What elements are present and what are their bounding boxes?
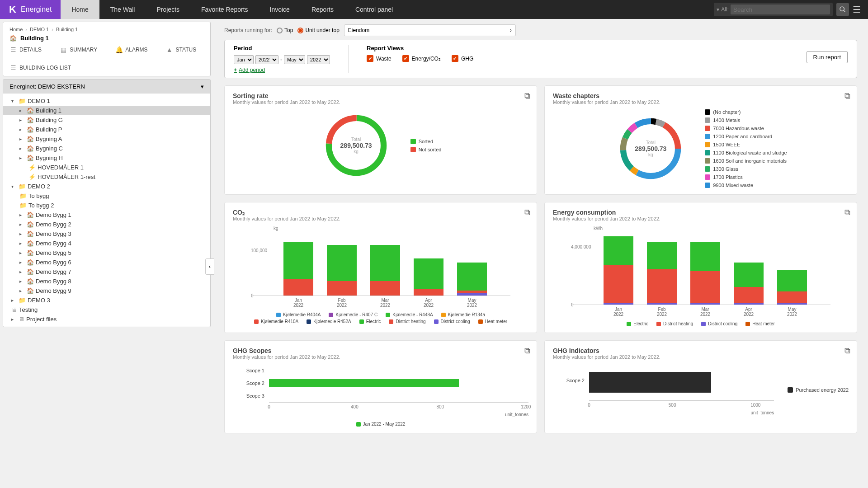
check-waste[interactable]: ✔Waste bbox=[367, 55, 392, 62]
tree-demo3[interactable]: ▸📁DEMO 3 bbox=[3, 296, 210, 305]
tree-demo-bygg-2[interactable]: ▸🏠Demo Bygg 2 bbox=[3, 220, 210, 229]
plus-icon: + bbox=[234, 67, 237, 73]
nav-projects[interactable]: Projects bbox=[146, 0, 190, 19]
swatch bbox=[788, 387, 793, 393]
search-input[interactable] bbox=[731, 5, 830, 14]
nav-the-wall[interactable]: The Wall bbox=[99, 0, 146, 19]
expand-icon: ▸ bbox=[19, 250, 25, 255]
subnav-alarms[interactable]: 🔔ALARMS bbox=[115, 46, 147, 53]
swatch bbox=[356, 422, 361, 427]
tree-demo2[interactable]: ▾📁DEMO 2 bbox=[3, 182, 210, 191]
open-external-icon[interactable]: ⧉ bbox=[524, 346, 530, 356]
card-title: GHG Indicators bbox=[553, 347, 849, 354]
card-energy: ⧉ Energy consumption Monthly values for … bbox=[544, 202, 857, 333]
period-from-year[interactable]: 2022 bbox=[255, 55, 278, 64]
unit-select[interactable]: Eiendom › bbox=[344, 24, 516, 36]
brand-label: Energinet bbox=[21, 5, 52, 14]
open-external-icon[interactable]: ⧉ bbox=[844, 208, 850, 217]
open-external-icon[interactable]: ⧉ bbox=[844, 91, 850, 101]
tree-demo-bygg-9[interactable]: ▸🏠Demo Bygg 9 bbox=[3, 286, 210, 296]
tree-to-bygg[interactable]: 📁To bygg bbox=[3, 191, 210, 201]
tree-bygning-c[interactable]: ▸🏠Bygning C bbox=[3, 144, 210, 153]
radio-under-top[interactable]: Unit under top bbox=[297, 27, 339, 33]
nav-invoice[interactable]: Invoice bbox=[259, 0, 301, 19]
check-energy-co2[interactable]: ✔Energy/CO₂ bbox=[402, 55, 441, 62]
building-icon: 🏠 bbox=[27, 221, 34, 228]
bar-chart: kg 100,000 0 Jan2022Feb2022Mar2022Apr202… bbox=[233, 226, 528, 324]
tree-building-p[interactable]: ▸🏠Building P bbox=[3, 125, 210, 134]
check-ghg[interactable]: ✔GHG bbox=[452, 55, 473, 62]
svg-line-1 bbox=[844, 10, 845, 12]
subnav-summary[interactable]: ▦SUMMARY bbox=[60, 46, 97, 53]
breadcrumb-building1[interactable]: Building 1 bbox=[56, 27, 78, 32]
tree-bygning-a[interactable]: ▸🏠Bygning A bbox=[3, 134, 210, 144]
tree-building-1[interactable]: ▸🏠Building 1 bbox=[3, 106, 210, 115]
period-to-year[interactable]: 2022 bbox=[307, 55, 330, 64]
breadcrumb-home[interactable]: Home bbox=[9, 27, 23, 32]
tree-demo-bygg-7[interactable]: ▸🏠Demo Bygg 7 bbox=[3, 267, 210, 277]
building-icon: 🏠 bbox=[27, 230, 34, 237]
hamburger-icon[interactable]: ☰ bbox=[853, 4, 861, 15]
card-ghg-indicators: ⧉ GHG Indicators Monthly values for peri… bbox=[544, 340, 857, 433]
swatch bbox=[276, 313, 281, 317]
expand-icon: ▸ bbox=[19, 279, 25, 284]
tree-to-bygg-2[interactable]: 📁To bygg 2 bbox=[3, 201, 210, 210]
tree-demo-bygg-3[interactable]: ▸🏠Demo Bygg 3 bbox=[3, 229, 210, 239]
folder-icon: 📁 bbox=[19, 183, 26, 190]
search-button[interactable] bbox=[836, 3, 849, 16]
nav-control-panel[interactable]: Control panel bbox=[344, 0, 404, 19]
building-icon: 🏠 bbox=[27, 287, 34, 294]
subnav-details[interactable]: ☰DETAILS bbox=[9, 46, 42, 53]
card-title: GHG Scopes bbox=[233, 347, 528, 354]
tree-bygning-h[interactable]: ▸🏠Bygning H bbox=[3, 153, 210, 163]
swatch bbox=[441, 313, 446, 317]
tree-demo-bygg-6[interactable]: ▸🏠Demo Bygg 6 bbox=[3, 258, 210, 267]
breadcrumb-demo1[interactable]: DEMO 1 bbox=[30, 27, 49, 32]
warning-icon: ▲ bbox=[166, 46, 173, 53]
page-title: Building 1 bbox=[20, 35, 49, 42]
building-icon: 🏠 bbox=[27, 278, 34, 285]
radio-icon bbox=[297, 28, 303, 33]
tree-project-files[interactable]: ▸🖥Project files bbox=[3, 314, 210, 324]
chevron-left-icon: ‹ bbox=[209, 263, 211, 270]
swatch bbox=[705, 117, 710, 123]
open-external-icon[interactable]: ⧉ bbox=[844, 346, 850, 356]
building-icon: 🏠 bbox=[27, 259, 34, 266]
nav-reports[interactable]: Reports bbox=[301, 0, 344, 19]
open-external-icon[interactable]: ⧉ bbox=[524, 208, 530, 217]
logo[interactable]: K Energinet bbox=[0, 0, 61, 19]
card-sorting-rate: ⧉ Sorting rate Monthly values for period… bbox=[224, 85, 537, 195]
tree-meter-1[interactable]: ⚡HOVEDMÅLER 1 bbox=[3, 163, 210, 172]
expand-icon: ▸ bbox=[11, 298, 17, 303]
expand-icon: ▸ bbox=[19, 127, 25, 132]
svg-point-0 bbox=[840, 7, 844, 11]
radio-top[interactable]: Top bbox=[277, 27, 293, 33]
card-title: Waste chapters bbox=[553, 92, 849, 99]
swatch bbox=[627, 322, 631, 326]
nav-home[interactable]: Home bbox=[61, 0, 99, 19]
add-period-button[interactable]: +Add period bbox=[234, 67, 330, 73]
tree-building-g[interactable]: ▸🏠Building G bbox=[3, 115, 210, 125]
subnav-status[interactable]: ▲STATUS bbox=[166, 46, 197, 53]
tree-demo-bygg-1[interactable]: ▸🏠Demo Bygg 1 bbox=[3, 210, 210, 220]
tree-testing[interactable]: 🖥Testing bbox=[3, 305, 210, 314]
sidebar-collapse-button[interactable]: ‹ bbox=[205, 258, 214, 275]
unit-select-value: Eiendom bbox=[348, 27, 369, 33]
period-to-month[interactable]: May bbox=[284, 55, 305, 64]
run-report-button[interactable]: Run report bbox=[807, 51, 848, 63]
subnav-log[interactable]: ☰BUILDING LOG LIST bbox=[9, 64, 71, 71]
hbar-chart: Scope 1 Scope 2 Scope 3 bbox=[233, 364, 528, 402]
open-external-icon[interactable]: ⧉ bbox=[524, 91, 530, 101]
tree-demo1[interactable]: ▾📁DEMO 1 bbox=[3, 96, 210, 106]
period-from-month[interactable]: Jan bbox=[234, 55, 254, 64]
period-title: Period bbox=[234, 45, 330, 52]
building-icon: 🏠 bbox=[27, 126, 34, 133]
tree-demo-bygg-4[interactable]: ▸🏠Demo Bygg 4 bbox=[3, 239, 210, 248]
nav-favorite-reports[interactable]: Favorite Reports bbox=[190, 0, 259, 19]
donut-chart: Total 289,500.73 kg bbox=[320, 109, 392, 182]
tree-header[interactable]: Energinet: DEMO EKSTERN ▾ bbox=[3, 80, 210, 94]
tree-demo-bygg-5[interactable]: ▸🏠Demo Bygg 5 bbox=[3, 248, 210, 258]
tree-meter-1-rest[interactable]: ⚡HOVEDMÅLER 1-rest bbox=[3, 172, 210, 182]
filter-icon[interactable]: ▾ bbox=[717, 6, 719, 13]
tree-demo-bygg-8[interactable]: ▸🏠Demo Bygg 8 bbox=[3, 277, 210, 286]
